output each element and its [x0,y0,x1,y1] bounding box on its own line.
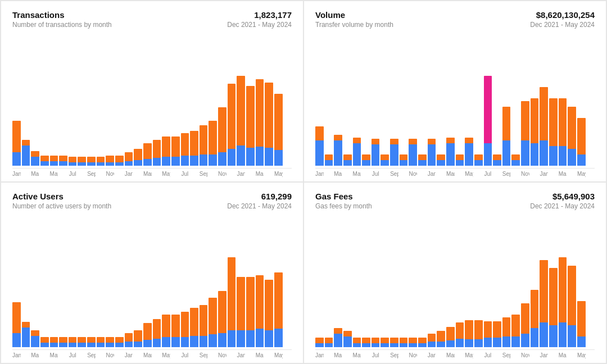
bar-blue [465,143,473,166]
bar-group [237,257,245,347]
x-axis-label [474,171,483,177]
bar-orange [153,140,161,158]
bar-group [50,76,58,166]
bar-blue [531,143,539,166]
x-axis-label: Mar [143,352,152,358]
bar-blue [209,154,217,166]
x-axis-label: May [353,171,361,177]
x-axis-label [400,352,408,358]
bar-blue [31,157,39,166]
x-axis-label [115,352,124,358]
x-axis-label [171,352,180,358]
bar-orange [315,338,324,343]
x-axis-label [22,171,30,177]
bar-orange [456,154,464,160]
x-axis-label: Mar [559,171,567,177]
volume-title: Volume [315,10,345,20]
bar-group [540,257,548,347]
x-axis-label [400,171,408,177]
bar-orange [362,154,370,160]
x-axis-label [97,171,105,177]
bar-orange [31,151,39,157]
bar-blue [334,334,342,347]
bar-group [372,76,380,166]
bar-blue [218,333,227,347]
x-axis-label [493,352,501,358]
bar-group [315,257,324,347]
bar-blue [50,161,58,166]
bar-orange [106,156,114,162]
bar-group [40,257,49,347]
x-axis-label: Mar [31,171,39,177]
bar-blue [125,161,133,166]
bar-orange [171,315,180,337]
bar-orange [12,302,21,333]
bar-orange [162,136,170,157]
bar-orange [372,139,380,144]
x-axis-label [209,352,217,358]
bar-group [246,257,255,347]
bar-blue [372,343,380,347]
bar-orange [502,317,511,336]
bar-blue [106,162,114,166]
bar-blue [31,336,39,347]
bar-group [334,257,342,347]
bar-group [115,257,124,347]
bar-group [465,76,473,166]
bar-group [531,76,539,166]
bar-group [456,76,464,166]
x-axis-label: Jan [12,352,21,358]
bar-blue [502,140,511,166]
bar-orange [190,131,198,156]
bar-group [428,76,436,166]
bar-group [274,257,283,347]
bar-blue [456,339,464,347]
x-axis-label [40,171,49,177]
x-axis-label [134,171,142,177]
bar-orange [97,337,105,343]
bar-blue [78,343,86,347]
bar-orange [256,275,264,329]
bar-blue [171,337,180,347]
x-axis-label: Sep [200,171,208,177]
bar-group [409,76,417,166]
bar-group [78,76,86,166]
bar-group [69,257,77,347]
bar-blue [521,334,529,347]
bar-group [353,257,361,347]
bar-orange [78,157,86,162]
x-axis-label: Jul [484,171,492,177]
bar-blue [40,343,49,347]
x-axis-label: Sep [87,171,96,177]
x-axis-label: May [162,352,170,358]
volume-daterange: Dec 2021 - May 2024 [530,21,595,29]
bar-group [568,257,576,347]
bar-orange [577,301,586,336]
bar-blue [78,162,86,166]
x-axis-label [97,352,105,358]
bar-blue [540,140,548,166]
bar-blue [237,145,245,166]
bar-group [190,257,198,347]
x-axis-label: Jan [12,171,21,177]
bar-orange [256,79,264,147]
bar-group [380,257,389,347]
bar-group [22,76,30,166]
x-axis-label: Jan [237,352,245,358]
bar-blue [256,329,264,347]
x-axis-label: May [50,171,58,177]
x-axis-label [115,171,124,177]
bar-blue [362,343,370,347]
bar-group [153,76,161,166]
bar-orange [22,322,30,327]
bar-blue [209,334,217,347]
bar-orange [446,327,455,340]
bar-blue [418,160,427,166]
active-users-chart: JanMarMayJulSepNovJanMarMayJulSepNovJanM… [12,215,292,358]
x-axis-label [59,171,67,177]
bar-group [353,76,361,166]
x-axis-label [171,171,180,177]
x-axis-label: Jan [125,352,133,358]
bar-group [59,76,67,166]
x-axis-label [380,352,389,358]
